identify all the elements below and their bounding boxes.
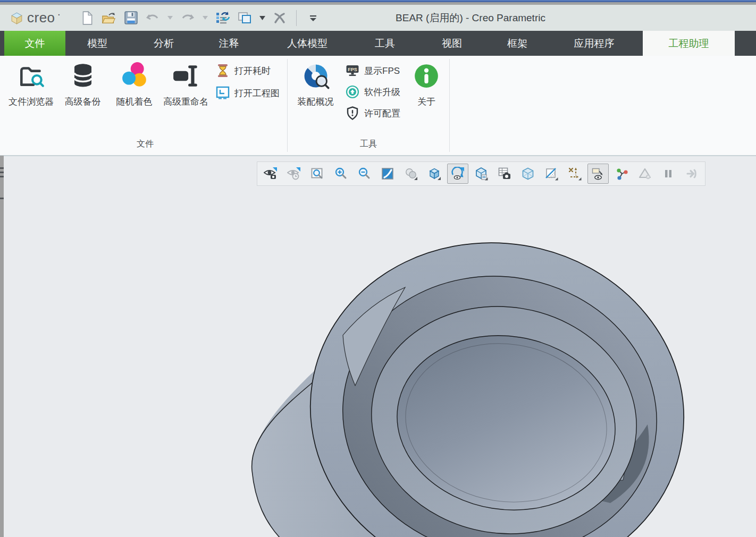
database-icon [68, 61, 98, 91]
ribbon: 文件浏览器 高级备份 随机着色 高级重命名 [0, 56, 756, 156]
fps-monitor-icon: FPS [346, 64, 359, 78]
brand-text: creo [27, 10, 55, 26]
license-config-button[interactable]: 许可配置 [346, 106, 400, 121]
creo-cube-icon [10, 11, 24, 25]
resume-button[interactable] [680, 163, 703, 184]
window-manager-menu-arrow[interactable] [259, 10, 265, 26]
customize-collapse-button[interactable] [306, 10, 321, 26]
tab-applications[interactable]: 应用程序 [545, 31, 643, 56]
open-time-stats-button[interactable]: 打开耗时 [216, 63, 280, 78]
drawing-sheet-icon [216, 86, 230, 100]
section-view-button[interactable] [540, 163, 563, 184]
display-style-button[interactable] [399, 163, 423, 184]
software-upgrade-button[interactable]: 软件升级 [346, 84, 400, 99]
tab-model[interactable]: 模型 [65, 31, 129, 56]
repaint-button[interactable] [376, 163, 399, 184]
license-shield-icon [346, 106, 359, 120]
advanced-backup-button[interactable]: 高级备份 [57, 59, 108, 108]
tab-file[interactable]: 文件 [4, 31, 65, 56]
tab-annotate[interactable]: 注释 [198, 31, 259, 56]
graphics-viewport[interactable] [0, 156, 756, 537]
ribbon-group-tools: 装配概况 FPS 显示FPS 软件升级 [290, 56, 447, 155]
view-previous-button[interactable] [282, 163, 306, 184]
show-fps-button[interactable]: FPS 显示FPS [346, 63, 400, 78]
tab-framework[interactable]: 框架 [489, 31, 545, 56]
new-file-button[interactable] [80, 10, 95, 26]
redo-button[interactable] [180, 10, 195, 26]
group-separator [449, 59, 450, 152]
info-icon [411, 61, 441, 91]
regenerate-button[interactable] [215, 10, 230, 26]
creo-logo: creo · [10, 10, 62, 26]
quick-access-toolbar [80, 10, 321, 26]
titlebar: creo · [0, 5, 756, 31]
save-button[interactable] [123, 10, 138, 26]
annotation-display-button[interactable] [587, 164, 609, 184]
transparent-display-button[interactable] [516, 163, 540, 184]
view-manager-button[interactable] [259, 163, 282, 184]
group-label-tools: 工具 [290, 137, 447, 155]
random-color-button[interactable]: 随机着色 [108, 59, 160, 108]
undo-menu-arrow[interactable] [167, 10, 173, 26]
tab-tools[interactable]: 工具 [355, 31, 415, 56]
pause-button[interactable] [657, 163, 680, 184]
tab-manikin[interactable]: 人体模型 [259, 31, 355, 56]
file-browser-button[interactable]: 文件浏览器 [5, 59, 57, 108]
zoom-in-button[interactable] [329, 163, 352, 184]
folder-search-icon [16, 61, 46, 91]
ribbon-group-file: 文件浏览器 高级备份 随机着色 高级重命名 [5, 56, 285, 155]
capture-snapshot-button[interactable] [493, 163, 516, 184]
upgrade-arrow-icon [346, 85, 359, 99]
3d-dragger-button[interactable] [610, 163, 633, 184]
rename-icon [171, 61, 201, 91]
open-drawing-button[interactable]: 打开工程图 [216, 86, 280, 100]
open-file-button[interactable] [102, 10, 116, 26]
color-circles-icon [120, 61, 149, 91]
qat-separator [296, 10, 297, 26]
graphics-toolbar [257, 161, 705, 186]
advanced-rename-button[interactable]: 高级重命名 [160, 59, 212, 108]
ribbon-tab-bar: 文件 模型 分析 注释 人体模型 工具 视图 框架 应用程序 工程助理 [0, 31, 756, 56]
saved-orientations-button[interactable] [423, 163, 446, 184]
navigator-collapsed-strip[interactable] [0, 156, 4, 537]
about-button[interactable]: 关于 [406, 59, 447, 108]
hourglass-icon [216, 64, 230, 78]
undo-button[interactable] [145, 10, 160, 26]
spin-center-visibility-button[interactable] [447, 164, 468, 184]
tab-view[interactable]: 视图 [415, 31, 489, 56]
strip-grip [0, 167, 4, 169]
redo-menu-arrow[interactable] [202, 10, 208, 26]
group-separator [287, 59, 288, 152]
tab-engineering-assistant[interactable]: 工程助理 [643, 31, 735, 56]
refit-button[interactable] [306, 163, 329, 184]
window-title: BEAR (启用的) - Creo Parametric [298, 11, 643, 25]
simulation-play-button[interactable] [633, 163, 657, 184]
brand-mark: · [57, 8, 61, 20]
assembly-overview-button[interactable]: 装配概况 [290, 59, 341, 108]
window-manager-button[interactable] [237, 10, 252, 26]
tab-analysis[interactable]: 分析 [129, 31, 198, 56]
perspective-view-button[interactable] [469, 163, 493, 184]
strip-grip [0, 198, 4, 199]
pie-chart-search-icon [301, 61, 331, 91]
strip-grip [0, 172, 4, 173]
group-label-file: 文件 [5, 137, 285, 155]
svg-text:FPS: FPS [348, 67, 357, 72]
close-button[interactable] [272, 10, 287, 26]
zoom-out-button[interactable] [352, 163, 376, 184]
model-canvas[interactable] [0, 156, 756, 537]
strip-grip [0, 176, 4, 177]
datum-display-filters-button[interactable] [563, 163, 586, 184]
